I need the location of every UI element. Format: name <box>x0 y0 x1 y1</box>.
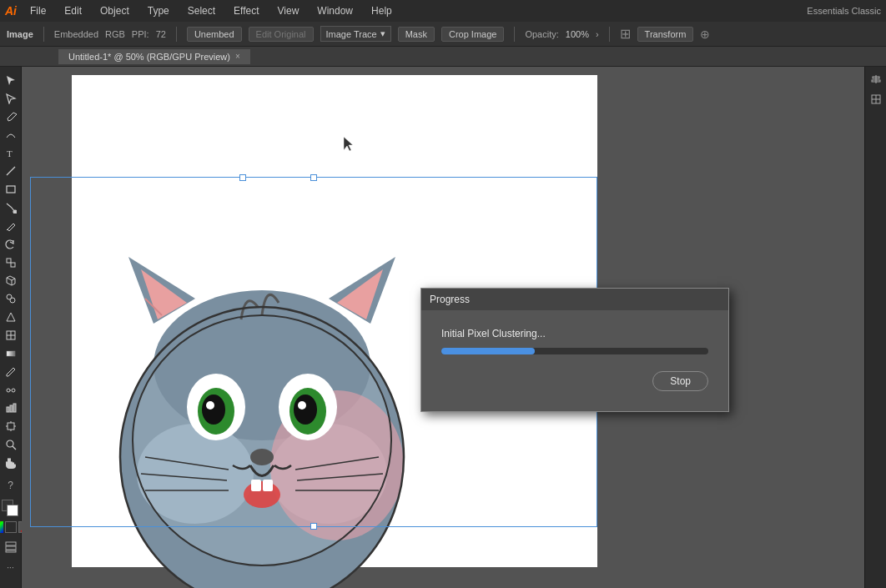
menu-window[interactable]: Window <box>314 3 356 18</box>
type-tool[interactable]: T <box>2 144 20 161</box>
mask-button[interactable]: Mask <box>398 27 435 42</box>
document-tab[interactable]: Untitled-1* @ 50% (RGB/GPU Preview) × <box>58 49 250 64</box>
svg-point-44 <box>206 401 214 410</box>
svg-rect-15 <box>7 407 9 412</box>
menu-bar: Ai File Edit Object Type Select Effect V… <box>0 0 886 22</box>
svg-rect-11 <box>7 351 15 356</box>
fill-stroke-indicator[interactable] <box>2 500 20 518</box>
svg-rect-25 <box>6 542 16 545</box>
right-section: Essentials Classic <box>807 6 881 16</box>
menu-type[interactable]: Type <box>144 3 173 18</box>
blend-tool[interactable] <box>2 382 20 399</box>
hand-tool[interactable] <box>2 455 20 471</box>
svg-point-46 <box>250 449 274 465</box>
unembed-button[interactable]: Unembed <box>187 27 242 42</box>
svg-point-23 <box>7 440 13 447</box>
svg-rect-16 <box>10 405 13 412</box>
svg-rect-49 <box>263 480 273 491</box>
app-logo: Ai <box>5 4 17 18</box>
svg-point-43 <box>294 395 317 425</box>
svg-rect-18 <box>8 423 14 430</box>
artboard-tool[interactable] <box>2 418 20 435</box>
color-mode-button[interactable] <box>0 521 3 533</box>
help-button[interactable]: ? <box>2 476 20 495</box>
mesh-tool[interactable] <box>2 327 20 344</box>
progress-bar-fill <box>441 348 535 354</box>
rectangle-tool[interactable] <box>2 181 20 198</box>
layers-panel-button[interactable] <box>2 538 20 556</box>
extra-tools-button[interactable]: ··· <box>2 558 20 576</box>
crop-image-button[interactable]: Crop Image <box>441 27 504 42</box>
rotate-tool[interactable] <box>2 236 20 253</box>
separator-4 <box>609 27 610 42</box>
direct-selection-tool[interactable] <box>2 90 20 107</box>
svg-point-12 <box>7 389 10 392</box>
canvas-area[interactable]: Progress Initial Pixel Clustering... Sto… <box>22 67 864 588</box>
gradient-tool[interactable] <box>2 345 20 362</box>
menu-help[interactable]: Help <box>368 3 395 18</box>
pen-tool[interactable] <box>2 108 20 125</box>
graph-tool[interactable] <box>2 400 20 416</box>
svg-point-47 <box>244 481 280 508</box>
more-options-icon[interactable]: › <box>596 29 599 39</box>
curvature-tool[interactable] <box>2 127 20 143</box>
main-layout: T <box>0 67 886 588</box>
svg-rect-26 <box>6 546 16 550</box>
separator-2 <box>176 27 177 42</box>
pencil-tool[interactable] <box>2 218 20 234</box>
svg-point-42 <box>202 395 225 425</box>
tab-bar: Untitled-1* @ 50% (RGB/GPU Preview) × <box>0 47 886 67</box>
props-bar: Image Embedded RGB PPI: 72 Unembed Edit … <box>0 22 886 47</box>
eyedropper-tool[interactable] <box>2 364 20 380</box>
line-tool[interactable] <box>2 163 20 179</box>
separator-3 <box>514 27 515 42</box>
opacity-value: 100% <box>566 29 589 39</box>
live-paint-tool[interactable] <box>2 309 20 325</box>
menu-items: File Edit Object Type Select Effect View… <box>27 3 807 18</box>
workspace-label: Essentials Classic <box>807 6 881 16</box>
tab-title: Untitled-1* @ 50% (RGB/GPU Preview) <box>68 52 230 62</box>
selection-tool[interactable] <box>2 72 20 88</box>
menu-view[interactable]: View <box>274 3 303 18</box>
image-trace-dropdown[interactable]: Image Trace ▾ <box>320 26 391 42</box>
svg-line-24 <box>13 446 16 450</box>
zoom-tool[interactable] <box>2 436 20 453</box>
shape-builder-tool[interactable] <box>2 290 20 307</box>
embedded-label: Embedded <box>54 29 98 39</box>
tab-close-button[interactable]: × <box>235 52 240 61</box>
cat-illustration <box>78 190 446 588</box>
transform-panel-button[interactable] <box>867 90 885 108</box>
dialog-titlebar: Progress <box>421 289 728 311</box>
dialog-title: Progress <box>430 294 470 305</box>
edit-original-button[interactable]: Edit Original <box>249 27 314 42</box>
right-panel <box>864 67 886 588</box>
opacity-label: Opacity: <box>525 29 558 39</box>
align-panel-button[interactable] <box>867 70 885 88</box>
left-toolbar: T <box>0 67 22 588</box>
gradient-mode-button[interactable] <box>5 521 17 533</box>
progress-dialog: Progress Initial Pixel Clustering... Sto… <box>420 288 729 412</box>
svg-rect-48 <box>251 480 261 491</box>
progress-bar-background <box>441 348 708 354</box>
scale-tool[interactable] <box>2 254 20 271</box>
svg-rect-4 <box>7 259 11 263</box>
dialog-status-text: Initial Pixel Clustering... <box>441 328 708 339</box>
menu-object[interactable]: Object <box>97 3 133 18</box>
dialog-body: Initial Pixel Clustering... Stop <box>421 311 728 411</box>
svg-rect-5 <box>11 263 15 267</box>
menu-file[interactable]: File <box>27 3 49 18</box>
transform-button[interactable]: Transform <box>637 27 694 42</box>
svg-rect-2 <box>7 186 15 193</box>
menu-edit[interactable]: Edit <box>61 3 85 18</box>
context-label: Image <box>7 29 33 39</box>
paintbrush-tool[interactable] <box>2 199 20 216</box>
svg-rect-17 <box>13 404 16 412</box>
color-mode-label: RGB <box>105 29 125 39</box>
stop-button[interactable]: Stop <box>652 371 708 391</box>
menu-select[interactable]: Select <box>184 3 219 18</box>
free-transform-tool[interactable] <box>2 272 20 289</box>
separator-1 <box>43 27 44 42</box>
menu-effect[interactable]: Effect <box>230 3 262 18</box>
svg-point-45 <box>298 401 306 410</box>
svg-line-1 <box>7 167 15 175</box>
